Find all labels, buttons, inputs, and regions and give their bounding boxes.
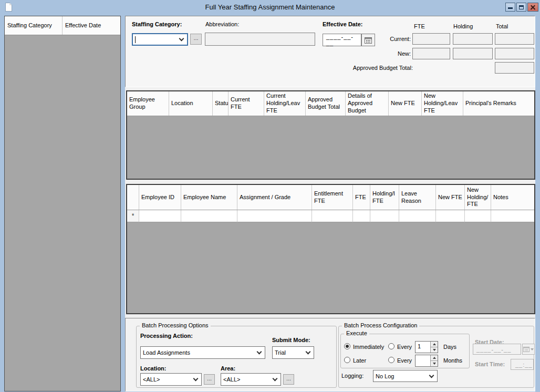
current-label: Current: <box>365 36 411 42</box>
days-label: Days <box>443 344 456 350</box>
text-caret <box>135 36 136 43</box>
chevron-down-icon <box>531 348 534 350</box>
radio-every-days-label: Every <box>397 344 412 350</box>
col-new-holding-fte[interactable]: New Holding/ FTE <box>465 185 491 210</box>
batch-process-configuration-group: Batch Process Configuration Execute Imme… <box>338 326 534 388</box>
start-date-input: ____-__-__ <box>473 344 521 355</box>
spinner-down-button[interactable] <box>431 347 438 353</box>
titlebar: Full Year Staffing Assignment Maintenanc… <box>0 0 540 15</box>
new-record-row: * <box>127 210 534 222</box>
new-label: New: <box>365 50 411 57</box>
months-label: Months <box>443 357 462 364</box>
area-browse-button[interactable]: ... <box>283 374 294 385</box>
col-employee-group[interactable]: Employee Group <box>127 91 169 116</box>
days-value: 1 <box>416 342 430 353</box>
col-details-approved-budget[interactable]: Details of Approved Budget <box>346 91 389 116</box>
col-new-holding-leave-fte[interactable]: New Holding/Leav FTE <box>422 91 463 116</box>
radio-immediately[interactable] <box>344 343 350 349</box>
arrow-up-icon <box>433 343 436 345</box>
cell-fte[interactable] <box>353 210 370 222</box>
col-leave-reason[interactable]: Leave Reason <box>399 185 436 210</box>
cell-notes[interactable] <box>491 210 534 222</box>
column-header-staffing-category[interactable]: Staffing Category <box>5 16 63 35</box>
chevron-down-icon <box>193 376 199 381</box>
row-header-column <box>127 185 139 210</box>
months-spinner[interactable] <box>415 355 438 367</box>
abbreviation-label: Abbreviation: <box>205 21 239 27</box>
execute-label: Execute <box>344 330 369 336</box>
current-holding-field <box>453 33 493 45</box>
col-employee-id[interactable]: Employee ID <box>139 185 181 210</box>
start-time-label: Start Time: <box>475 361 505 367</box>
col-principals-remarks[interactable]: Principal's Remarks <box>463 91 534 116</box>
col-status[interactable]: Statu <box>213 91 229 116</box>
arrow-up-icon <box>433 357 436 359</box>
radio-every-days[interactable] <box>388 343 394 349</box>
staffing-category-browse-button[interactable]: ... <box>190 34 202 45</box>
area-value: <ALL> <box>221 376 273 383</box>
window-title: Full Year Staffing Assignment Maintenanc… <box>0 3 540 11</box>
abbreviation-field[interactable] <box>205 33 315 46</box>
col-location[interactable]: Location <box>169 91 213 116</box>
cell-entitlement-fte[interactable] <box>312 210 353 222</box>
category-list-header: Staffing Category Effective Date <box>5 16 120 35</box>
effective-date-input[interactable]: ____-__-__ <box>323 34 361 46</box>
submit-mode-combobox[interactable]: Trial <box>272 346 314 359</box>
col-entitlement-fte[interactable]: Entitlement FTE <box>312 185 353 210</box>
maximize-button[interactable] <box>516 3 526 12</box>
radio-every-months-label: Every <box>397 357 412 364</box>
batch-processing-options-title: Batch Processing Options <box>140 322 211 328</box>
location-browse-button[interactable]: ... <box>204 374 215 385</box>
location-combobox[interactable]: <ALL> <box>140 373 202 386</box>
area-combobox[interactable]: <ALL> <box>221 373 281 386</box>
minimize-icon <box>508 7 513 9</box>
cell-employee-id[interactable] <box>139 210 181 222</box>
location-label: Location: <box>140 365 167 372</box>
col-assignment-grade[interactable]: Assignment / Grade <box>237 185 312 210</box>
summary-grid: Employee Group Location Statu Current FT… <box>126 90 535 180</box>
col-current-holding-leave-fte[interactable]: Current Holding/Leav FTE <box>264 91 306 116</box>
new-fte-field <box>412 48 450 59</box>
col-holding-fte[interactable]: Holding/l FTE <box>370 185 399 210</box>
cell-leave-reason[interactable] <box>399 210 436 222</box>
column-header-effective-date[interactable]: Effective Date <box>63 16 120 35</box>
approved-budget-total-field <box>495 62 534 74</box>
summary-grid-header: Employee Group Location Statu Current FT… <box>127 91 534 116</box>
header-form-panel: Staffing Category: ... Abbreviation: Eff… <box>125 16 535 87</box>
batch-panel: Batch Processing Options Processing Acti… <box>125 318 535 391</box>
new-holding-field <box>453 48 493 59</box>
logging-combobox[interactable]: No Log <box>373 370 438 382</box>
arrow-down-icon <box>433 363 436 365</box>
col-approved-budget-total[interactable]: Approved Budget Total <box>306 91 346 116</box>
logging-value: No Log <box>373 373 430 379</box>
spinner-down-button[interactable] <box>431 361 438 366</box>
col-new-fte[interactable]: New FTE <box>436 185 465 210</box>
cell-holding-fte[interactable] <box>370 210 399 222</box>
close-button[interactable] <box>527 3 538 12</box>
cell-assignment-grade[interactable] <box>237 210 312 222</box>
staffing-category-label: Staffing Category: <box>132 21 182 27</box>
row-selector-cell[interactable]: * <box>127 210 139 222</box>
processing-action-combobox[interactable]: Load Assignments <box>140 346 265 359</box>
col-notes[interactable]: Notes <box>491 185 534 210</box>
staffing-category-combobox[interactable] <box>132 33 188 46</box>
cell-employee-name[interactable] <box>181 210 237 222</box>
start-time-input: __:__ <box>511 359 534 370</box>
col-current-fte[interactable]: Current FTE <box>229 91 264 116</box>
chevron-down-icon <box>429 373 434 378</box>
cell-new-fte[interactable] <box>436 210 465 222</box>
radio-later[interactable] <box>344 357 350 363</box>
days-spinner[interactable]: 1 <box>415 341 438 353</box>
processing-action-label: Processing Action: <box>140 333 193 339</box>
chevron-down-icon <box>306 349 311 355</box>
radio-later-label: Later <box>353 357 366 364</box>
col-employee-name[interactable]: Employee Name <box>181 185 237 210</box>
minimize-button[interactable] <box>505 3 515 12</box>
col-fte[interactable]: FTE <box>353 185 370 210</box>
cell-new-holding-fte[interactable] <box>465 210 491 222</box>
submit-mode-label: Submit Mode: <box>272 337 310 343</box>
spinner-up-button[interactable] <box>431 342 438 347</box>
spinner-up-button[interactable] <box>431 355 438 361</box>
radio-every-months[interactable] <box>388 357 394 363</box>
col-new-fte[interactable]: New FTE <box>389 91 422 116</box>
